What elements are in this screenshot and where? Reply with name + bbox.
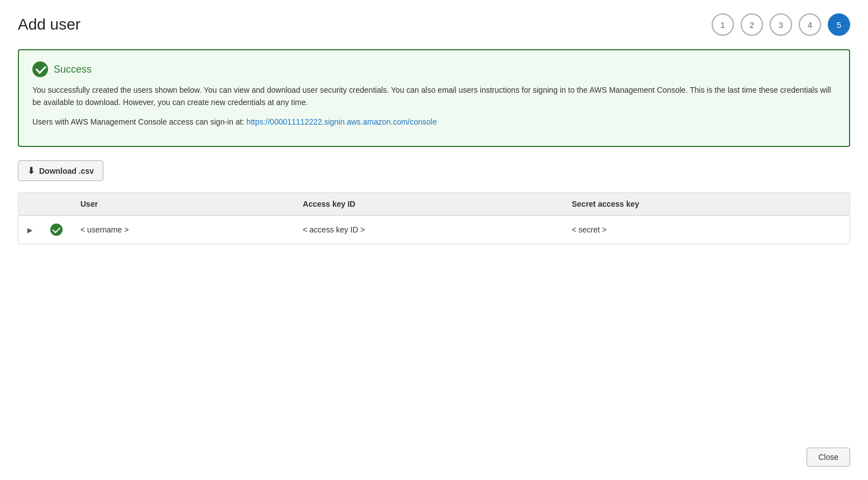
- row-status-check-icon: [50, 224, 63, 236]
- step-2[interactable]: 2: [741, 13, 763, 36]
- users-table-wrapper: User Access key ID Secret access key ▶ <…: [18, 192, 850, 244]
- step-3[interactable]: 3: [770, 13, 792, 36]
- col-header-access-key-id: Access key ID: [294, 193, 563, 216]
- download-csv-button[interactable]: ⬇ Download .csv: [18, 160, 103, 181]
- header: Add user 1 2 3 4 5: [18, 13, 850, 36]
- row-username-cell: < username >: [71, 216, 294, 244]
- table-row: ▶ < username > < access key ID > < secre…: [18, 216, 850, 244]
- table-header-row: User Access key ID Secret access key: [18, 193, 850, 216]
- success-description: You successfully created the users shown…: [32, 84, 836, 109]
- col-header-expand: [18, 193, 41, 216]
- step-5[interactable]: 5: [828, 13, 850, 36]
- row-access-key-id-cell: < access key ID >: [294, 216, 563, 244]
- row-status-cell: [41, 216, 71, 244]
- row-secret-access-key-cell: < secret >: [563, 216, 850, 244]
- success-box: Success You successfully created the use…: [18, 49, 850, 147]
- success-header: Success: [32, 61, 836, 77]
- step-4[interactable]: 4: [799, 13, 821, 36]
- step-1[interactable]: 1: [712, 13, 734, 36]
- success-check-icon: [32, 61, 48, 77]
- success-signin-line: Users with AWS Management Console access…: [32, 116, 836, 128]
- col-header-user: User: [71, 193, 294, 216]
- download-icon: ⬇: [27, 165, 35, 176]
- col-header-status: [41, 193, 71, 216]
- footer: Close: [807, 448, 850, 467]
- users-table: User Access key ID Secret access key ▶ <…: [18, 193, 850, 244]
- col-header-secret-access-key: Secret access key: [563, 193, 850, 216]
- page-container: Add user 1 2 3 4 5 Success You successf: [0, 0, 868, 480]
- download-csv-label: Download .csv: [39, 167, 94, 175]
- table-header: User Access key ID Secret access key: [18, 193, 850, 216]
- success-signin-prefix: Users with AWS Management Console access…: [32, 117, 246, 126]
- close-button[interactable]: Close: [807, 448, 850, 467]
- page-title: Add user: [18, 16, 80, 34]
- signin-url-link[interactable]: https://000011112222.signin.aws.amazon.c…: [246, 117, 437, 126]
- success-body: You successfully created the users shown…: [32, 84, 836, 128]
- table-body: ▶ < username > < access key ID > < secre…: [18, 216, 850, 244]
- expand-arrow-icon[interactable]: ▶: [27, 226, 32, 234]
- row-expand-cell: ▶: [18, 216, 41, 244]
- success-title: Success: [54, 64, 92, 75]
- step-indicators: 1 2 3 4 5: [712, 13, 850, 36]
